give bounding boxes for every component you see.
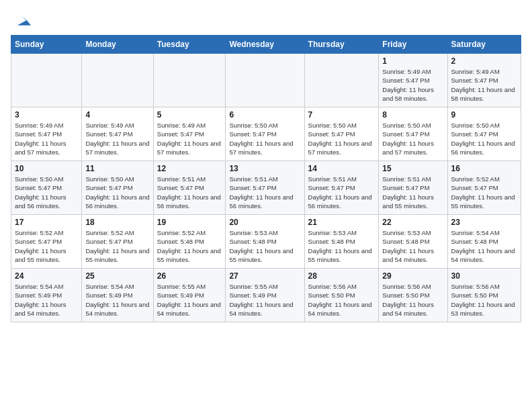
calendar-cell: 20Sunrise: 5:53 AMSunset: 5:48 PMDayligh…: [226, 215, 304, 269]
day-number: 29: [382, 271, 443, 281]
day-number: 9: [451, 110, 518, 120]
col-header-sunday: Sunday: [11, 36, 82, 54]
day-number: 11: [85, 164, 149, 173]
day-info: Sunrise: 5:54 AMSunset: 5:49 PMDaylight:…: [15, 282, 78, 318]
col-header-thursday: Thursday: [304, 36, 379, 54]
calendar-cell: 28Sunrise: 5:56 AMSunset: 5:50 PMDayligh…: [304, 269, 379, 322]
calendar-cell: 24Sunrise: 5:54 AMSunset: 5:49 PMDayligh…: [11, 269, 82, 322]
calendar-cell: 17Sunrise: 5:52 AMSunset: 5:47 PMDayligh…: [11, 215, 82, 269]
day-number: 27: [229, 271, 300, 281]
day-number: 8: [382, 110, 443, 120]
calendar-cell: 25Sunrise: 5:54 AMSunset: 5:49 PMDayligh…: [82, 269, 153, 322]
day-info: Sunrise: 5:49 AMSunset: 5:47 PMDaylight:…: [382, 67, 443, 103]
calendar-cell: 6Sunrise: 5:50 AMSunset: 5:47 PMDaylight…: [226, 107, 304, 161]
day-number: 22: [382, 218, 443, 227]
col-header-saturday: Saturday: [447, 36, 521, 54]
calendar-cell: [304, 54, 379, 107]
col-header-monday: Monday: [82, 36, 153, 54]
day-info: Sunrise: 5:51 AMSunset: 5:47 PMDaylight:…: [382, 175, 443, 210]
calendar-cell: 22Sunrise: 5:53 AMSunset: 5:48 PMDayligh…: [379, 215, 447, 269]
calendar-cell: 15Sunrise: 5:51 AMSunset: 5:47 PMDayligh…: [379, 161, 447, 215]
day-number: 14: [308, 164, 375, 173]
day-number: 3: [15, 110, 78, 120]
day-number: 25: [85, 271, 149, 281]
calendar-cell: 12Sunrise: 5:51 AMSunset: 5:47 PMDayligh…: [153, 161, 226, 215]
calendar-cell: 23Sunrise: 5:54 AMSunset: 5:48 PMDayligh…: [447, 215, 521, 269]
logo: [11, 11, 31, 30]
day-number: 1: [382, 56, 443, 66]
calendar-cell: 26Sunrise: 5:55 AMSunset: 5:49 PMDayligh…: [153, 269, 226, 322]
calendar-cell: 3Sunrise: 5:49 AMSunset: 5:47 PMDaylight…: [11, 107, 82, 161]
day-number: 10: [15, 164, 78, 173]
day-number: 17: [15, 218, 78, 227]
day-info: Sunrise: 5:53 AMSunset: 5:48 PMDaylight:…: [382, 228, 443, 264]
day-number: 19: [157, 218, 222, 227]
calendar-cell: 30Sunrise: 5:56 AMSunset: 5:50 PMDayligh…: [447, 269, 521, 322]
svg-marker-0: [17, 20, 31, 26]
day-info: Sunrise: 5:50 AMSunset: 5:47 PMDaylight:…: [451, 121, 518, 156]
day-info: Sunrise: 5:56 AMSunset: 5:50 PMDaylight:…: [308, 282, 375, 318]
day-number: 23: [451, 218, 518, 227]
day-number: 24: [15, 271, 78, 281]
day-info: Sunrise: 5:56 AMSunset: 5:50 PMDaylight:…: [451, 282, 518, 318]
calendar-cell: 19Sunrise: 5:52 AMSunset: 5:48 PMDayligh…: [153, 215, 226, 269]
day-info: Sunrise: 5:54 AMSunset: 5:48 PMDaylight:…: [451, 228, 518, 264]
calendar-cell: [82, 54, 153, 107]
day-number: 13: [229, 164, 300, 173]
calendar-cell: 18Sunrise: 5:52 AMSunset: 5:47 PMDayligh…: [82, 215, 153, 269]
day-number: 21: [308, 218, 375, 227]
day-number: 15: [382, 164, 443, 173]
calendar-cell: 29Sunrise: 5:56 AMSunset: 5:50 PMDayligh…: [379, 269, 447, 322]
day-info: Sunrise: 5:49 AMSunset: 5:47 PMDaylight:…: [15, 121, 78, 156]
day-number: 16: [451, 164, 518, 173]
day-info: Sunrise: 5:51 AMSunset: 5:47 PMDaylight:…: [308, 175, 375, 210]
calendar-cell: 8Sunrise: 5:50 AMSunset: 5:47 PMDaylight…: [379, 107, 447, 161]
col-header-tuesday: Tuesday: [153, 36, 226, 54]
calendar-cell: 14Sunrise: 5:51 AMSunset: 5:47 PMDayligh…: [304, 161, 379, 215]
day-info: Sunrise: 5:49 AMSunset: 5:47 PMDaylight:…: [85, 121, 149, 156]
col-header-wednesday: Wednesday: [226, 36, 304, 54]
day-info: Sunrise: 5:50 AMSunset: 5:47 PMDaylight:…: [229, 121, 300, 156]
day-info: Sunrise: 5:50 AMSunset: 5:47 PMDaylight:…: [382, 121, 443, 156]
calendar-cell: 16Sunrise: 5:52 AMSunset: 5:47 PMDayligh…: [447, 161, 521, 215]
day-info: Sunrise: 5:52 AMSunset: 5:47 PMDaylight:…: [451, 175, 518, 210]
calendar-cell: 21Sunrise: 5:53 AMSunset: 5:48 PMDayligh…: [304, 215, 379, 269]
day-info: Sunrise: 5:54 AMSunset: 5:49 PMDaylight:…: [85, 282, 149, 318]
day-number: 4: [85, 110, 149, 120]
calendar-cell: [11, 54, 82, 107]
calendar-cell: 5Sunrise: 5:49 AMSunset: 5:47 PMDaylight…: [153, 107, 226, 161]
day-info: Sunrise: 5:55 AMSunset: 5:49 PMDaylight:…: [229, 282, 300, 318]
page-header: [11, 11, 521, 30]
day-info: Sunrise: 5:49 AMSunset: 5:47 PMDaylight:…: [157, 121, 222, 156]
day-info: Sunrise: 5:55 AMSunset: 5:49 PMDaylight:…: [157, 282, 222, 318]
day-info: Sunrise: 5:50 AMSunset: 5:47 PMDaylight:…: [308, 121, 375, 156]
day-number: 7: [308, 110, 375, 120]
day-info: Sunrise: 5:53 AMSunset: 5:48 PMDaylight:…: [229, 228, 300, 264]
calendar-cell: [226, 54, 304, 107]
calendar-cell: 9Sunrise: 5:50 AMSunset: 5:47 PMDaylight…: [447, 107, 521, 161]
day-number: 2: [451, 56, 518, 66]
day-info: Sunrise: 5:52 AMSunset: 5:48 PMDaylight:…: [157, 228, 222, 264]
day-info: Sunrise: 5:56 AMSunset: 5:50 PMDaylight:…: [382, 282, 443, 318]
calendar-cell: 2Sunrise: 5:49 AMSunset: 5:47 PMDaylight…: [447, 54, 521, 107]
day-number: 20: [229, 218, 300, 227]
day-info: Sunrise: 5:50 AMSunset: 5:47 PMDaylight:…: [85, 175, 149, 210]
day-info: Sunrise: 5:51 AMSunset: 5:47 PMDaylight:…: [157, 175, 222, 210]
calendar-cell: 1Sunrise: 5:49 AMSunset: 5:47 PMDaylight…: [379, 54, 447, 107]
day-number: 18: [85, 218, 149, 227]
calendar-cell: 27Sunrise: 5:55 AMSunset: 5:49 PMDayligh…: [226, 269, 304, 322]
day-info: Sunrise: 5:53 AMSunset: 5:48 PMDaylight:…: [308, 228, 375, 264]
calendar-cell: 11Sunrise: 5:50 AMSunset: 5:47 PMDayligh…: [82, 161, 153, 215]
col-header-friday: Friday: [379, 36, 447, 54]
day-info: Sunrise: 5:52 AMSunset: 5:47 PMDaylight:…: [85, 228, 149, 264]
day-info: Sunrise: 5:52 AMSunset: 5:47 PMDaylight:…: [15, 228, 78, 264]
calendar-cell: [153, 54, 226, 107]
day-info: Sunrise: 5:49 AMSunset: 5:47 PMDaylight:…: [451, 67, 518, 103]
calendar-cell: 4Sunrise: 5:49 AMSunset: 5:47 PMDaylight…: [82, 107, 153, 161]
calendar-table: SundayMondayTuesdayWednesdayThursdayFrid…: [11, 35, 521, 322]
day-number: 30: [451, 271, 518, 281]
calendar-cell: 7Sunrise: 5:50 AMSunset: 5:47 PMDaylight…: [304, 107, 379, 161]
day-number: 12: [157, 164, 222, 173]
day-info: Sunrise: 5:51 AMSunset: 5:47 PMDaylight:…: [229, 175, 300, 210]
calendar-cell: 13Sunrise: 5:51 AMSunset: 5:47 PMDayligh…: [226, 161, 304, 215]
